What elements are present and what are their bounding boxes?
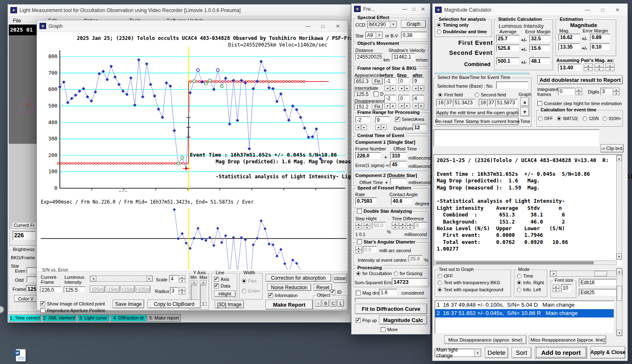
range-from-spinner[interactable]: ◄► bbox=[355, 125, 367, 130]
mode-time-radio[interactable]: Time bbox=[517, 273, 533, 278]
font-size-spinner[interactable]: ▲▼ bbox=[553, 285, 559, 292]
object-a-button[interactable]: A bbox=[315, 300, 322, 307]
disappearance-value[interactable]: 151.2 bbox=[354, 103, 370, 110]
second-event-error[interactable]: 15.6 bbox=[529, 44, 550, 52]
angular-spinner[interactable]: ▲▼ bbox=[355, 246, 362, 253]
main-titlebar[interactable]: ★ Light Measurement tool for Occultation… bbox=[8, 5, 351, 16]
d-before-value[interactable]: -2 bbox=[384, 95, 396, 101]
right-arrow-icon[interactable]: ► bbox=[404, 86, 410, 91]
angular-diameter-checkbox[interactable]: Star's Angular Diameter bbox=[356, 239, 416, 244]
doublestar-time-radio[interactable]: Doublestar and time bbox=[437, 29, 487, 34]
data-checkbox[interactable]: Data bbox=[214, 283, 230, 288]
down-arrow-icon[interactable]: ▼ bbox=[355, 226, 362, 229]
angular-value[interactable]: 0.0 bbox=[363, 246, 377, 253]
report-textarea[interactable]: 2025-1-25 / (2326)Tololo / UCAC4 483-034… bbox=[433, 154, 623, 266]
calc-off-radio[interactable]: OFF bbox=[538, 116, 553, 121]
hilight-button[interactable]: Hilight bbox=[214, 290, 236, 297]
offset-time-value[interactable]: 310 bbox=[390, 152, 407, 159]
time1-ss[interactable]: 51.3423 bbox=[453, 99, 475, 106]
spectral-graph-button[interactable]: Graph bbox=[401, 20, 426, 28]
first-field-radio[interactable]: First field bbox=[438, 92, 463, 97]
minus10sec-button[interactable]: -10Sec bbox=[90, 285, 105, 293]
text-transparency-radio[interactable]: Text with transparency BKG bbox=[438, 280, 500, 285]
frame-number-value[interactable]: 226.0 bbox=[355, 152, 381, 159]
list-vscrollbar[interactable]: ▲▼ bbox=[616, 268, 622, 336]
up-arrow-icon[interactable]: ▲ bbox=[191, 280, 197, 284]
minimize-icon[interactable]: — bbox=[580, 5, 595, 15]
intermidiate-value[interactable]: 125.5 bbox=[354, 91, 370, 97]
list-item-selected[interactable]: 2 16 37 51.652 +/- 0.045s, S/N= 10.86 R … bbox=[435, 309, 614, 317]
report-vscrollbar[interactable]: ▲▼ bbox=[616, 155, 622, 260]
offset2-value[interactable] bbox=[390, 178, 407, 185]
range-to-spinner[interactable]: ◄► bbox=[375, 125, 387, 130]
menu-file[interactable]: File bbox=[13, 18, 21, 24]
light-curve-chart[interactable]: 0100200300400500600700800210 bbox=[40, 47, 347, 192]
integrated-frames-value[interactable]: 0 bbox=[558, 88, 575, 95]
down-arrow-icon[interactable]: ▼ bbox=[364, 226, 370, 229]
fresnel-titlebar[interactable]: ★ Fre... — □ ✕ bbox=[352, 4, 430, 15]
sse-value[interactable]: 14723 bbox=[392, 278, 428, 285]
axis-checkbox[interactable]: Axis bbox=[214, 277, 229, 282]
intensity-centre-value[interactable]: 25.0 bbox=[408, 255, 423, 262]
make-report-button[interactable]: Make Report bbox=[266, 300, 313, 310]
double-star-checkbox[interactable]: Double Star Analyzing bbox=[356, 209, 413, 214]
popup-checkbox[interactable]: Pop up bbox=[356, 318, 377, 323]
time2-ss[interactable]: 51.5873 bbox=[495, 99, 518, 106]
step-3-light-curve[interactable]: 3. Light curve bbox=[77, 314, 109, 322]
right-arrow-icon[interactable]: ► bbox=[381, 125, 387, 130]
down-arrow-icon[interactable]: ▼ bbox=[595, 67, 604, 71]
scale-value[interactable]: 4 bbox=[169, 275, 178, 282]
right-arrow-icon[interactable]: ► bbox=[418, 86, 424, 91]
up-arrow-icon[interactable]: ▲ bbox=[179, 275, 185, 279]
mode-info-left-radio[interactable]: Info. Left bbox=[517, 287, 541, 292]
copy-clipboard-button[interactable]: Copy to ClipBoard bbox=[148, 300, 201, 308]
timing-only-radio[interactable]: Timing only bbox=[437, 22, 469, 27]
up-arrow-icon[interactable]: ▲ bbox=[553, 285, 559, 288]
text-opaque-radio[interactable]: Text with opaque background bbox=[438, 287, 503, 292]
clip-output-box[interactable] bbox=[433, 129, 600, 147]
time1-mm[interactable]: 37 bbox=[445, 99, 452, 106]
appearance-fix-button[interactable]: Fix bbox=[372, 78, 383, 84]
font-size-value[interactable]: 10 bbox=[561, 284, 572, 293]
for-grazing-radio[interactable]: for Grazing bbox=[393, 271, 422, 276]
down-arrow-icon[interactable]: ▼ bbox=[399, 226, 406, 229]
color-v-button[interactable]: Color V bbox=[14, 295, 37, 302]
up-arrow-icon[interactable]: ▲ bbox=[392, 222, 398, 226]
left-arrow-icon[interactable]: ◄ bbox=[398, 103, 404, 108]
up-arrow-icon[interactable]: ▲ bbox=[179, 287, 185, 291]
close-button[interactable]: close bbox=[333, 274, 347, 283]
down-arrow-icon[interactable]: ▼ bbox=[392, 226, 398, 229]
radius-value[interactable]: 3 bbox=[170, 287, 178, 294]
graph-up-button[interactable]: ▲ bbox=[520, 97, 529, 106]
d-step-spinner[interactable]: ◄► bbox=[398, 103, 410, 108]
range-to-value[interactable]: 9 bbox=[375, 116, 390, 123]
second-event-mag-error[interactable]: 0.10 bbox=[590, 43, 610, 51]
selectarea-checkbox[interactable]: SelectArea bbox=[395, 117, 424, 122]
current-frame-value-main[interactable]: 226 bbox=[12, 231, 36, 240]
bv-value[interactable]: 0.38 bbox=[401, 32, 427, 39]
mag-drop-checkbox[interactable]: Mag drop bbox=[356, 290, 381, 295]
save-image-button[interactable]: Save Image bbox=[113, 300, 144, 308]
second-event-mag[interactable]: 13.35 bbox=[558, 43, 580, 51]
yaxis-max-track[interactable] bbox=[200, 285, 207, 301]
up-arrow-icon[interactable]: ▲ bbox=[595, 64, 604, 67]
up-arrow-icon[interactable]: ▲ bbox=[399, 222, 406, 226]
first-event-average[interactable]: 25.7 bbox=[496, 35, 519, 42]
odd-field[interactable] bbox=[27, 276, 37, 283]
after-value[interactable]: 9 bbox=[413, 77, 424, 84]
step-2-xml-element[interactable]: 2. XML element bbox=[42, 314, 76, 322]
minimize-icon[interactable]: — bbox=[400, 4, 409, 14]
distance-value[interactable]: 245520025 bbox=[355, 53, 383, 60]
right-arrow-icon[interactable]: ► bbox=[390, 103, 396, 108]
clip-board-button[interactable]: -> Clip brd. bbox=[600, 144, 624, 152]
ccd-select[interactable]: IMX290 bbox=[367, 21, 397, 28]
down-arrow-icon[interactable]: ▼ bbox=[407, 226, 413, 229]
time-diff-value[interactable]: 0 bbox=[414, 222, 428, 229]
scroll-thumb[interactable] bbox=[617, 286, 622, 301]
step-4-diffraction[interactable]: 4. Diffraction tit bbox=[110, 314, 147, 322]
star-type-select[interactable]: A9 bbox=[365, 32, 383, 39]
down-arrow-icon[interactable]: ▼ bbox=[179, 291, 185, 295]
up-arrow-icon[interactable]: ▲ bbox=[355, 222, 362, 226]
step-hight-spinner2[interactable]: ▲▼ bbox=[364, 222, 370, 229]
light-change-select[interactable]: Main light change bbox=[435, 349, 481, 357]
